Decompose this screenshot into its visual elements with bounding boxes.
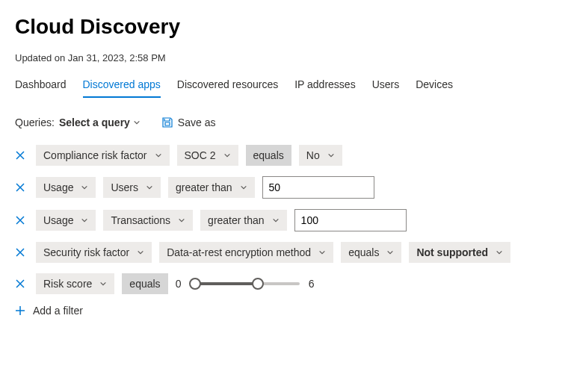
filter-value-select[interactable]: Not supported xyxy=(409,242,510,263)
save-as-button[interactable]: Save as xyxy=(161,116,216,128)
chevron-down-icon xyxy=(240,184,247,191)
remove-filter-icon[interactable] xyxy=(15,215,25,225)
filter-operator-select[interactable]: equals xyxy=(341,242,401,263)
tab-devices[interactable]: Devices xyxy=(416,74,453,98)
filter-operator[interactable]: equals xyxy=(246,145,291,166)
filter-category-select[interactable]: Security risk factor xyxy=(36,242,152,263)
remove-filter-icon[interactable] xyxy=(15,150,25,161)
filter-value-select[interactable]: No xyxy=(299,145,342,166)
filter-sub-select[interactable]: Data-at-rest encryption method xyxy=(159,242,333,263)
chevron-down-icon xyxy=(318,249,326,256)
remove-filter-icon[interactable] xyxy=(15,182,25,193)
remove-filter-icon[interactable] xyxy=(15,247,25,258)
filter-sub-select[interactable]: SOC 2 xyxy=(177,145,238,166)
chevron-down-icon xyxy=(81,184,88,191)
queries-select[interactable]: Select a query xyxy=(59,116,141,128)
tab-ip-addresses[interactable]: IP addresses xyxy=(294,74,355,98)
slider-thumb-high[interactable] xyxy=(252,278,264,290)
filter-row: Compliance risk factor SOC 2 equals No xyxy=(15,145,559,166)
chevron-down-icon xyxy=(81,217,88,224)
filter-category-select[interactable]: Risk score xyxy=(36,273,114,294)
filter-value-input[interactable] xyxy=(294,209,407,231)
tab-discovered-apps[interactable]: Discovered apps xyxy=(83,74,161,98)
tab-dashboard[interactable]: Dashboard xyxy=(15,74,67,98)
remove-filter-icon[interactable] xyxy=(15,279,25,289)
chevron-down-icon xyxy=(146,184,153,191)
filter-sub-select[interactable]: Users xyxy=(103,177,161,198)
filter-row: Security risk factor Data-at-rest encryp… xyxy=(15,242,559,263)
filter-row: Usage Transactions greater than xyxy=(15,209,559,231)
queries-row: Queries: Select a query Save as xyxy=(15,116,559,128)
chevron-down-icon xyxy=(178,217,185,224)
page-title: Cloud Discovery xyxy=(15,15,559,39)
filter-category-select[interactable]: Usage xyxy=(36,210,96,231)
slider-low-value: 0 xyxy=(176,278,186,290)
chevron-down-icon xyxy=(386,249,394,256)
filter-operator-select[interactable]: greater than xyxy=(168,177,255,198)
filter-operator-select[interactable]: greater than xyxy=(200,210,287,231)
filter-category-select[interactable]: Usage xyxy=(36,177,96,198)
save-icon xyxy=(161,116,173,128)
filter-row: Risk score equals 0 6 xyxy=(15,273,559,294)
filter-sub-select[interactable]: Transactions xyxy=(103,210,193,231)
chevron-down-icon xyxy=(133,119,141,126)
filter-row: Usage Users greater than xyxy=(15,176,559,199)
slider-thumb-low[interactable] xyxy=(189,278,201,290)
filter-category-select[interactable]: Compliance risk factor xyxy=(36,145,170,166)
chevron-down-icon xyxy=(272,217,280,224)
add-filter-button[interactable]: Add a filter xyxy=(15,305,559,317)
tab-users[interactable]: Users xyxy=(372,74,400,98)
chevron-down-icon xyxy=(155,152,162,159)
chevron-down-icon xyxy=(496,249,503,256)
filter-operator[interactable]: equals xyxy=(122,273,167,294)
filter-value-input[interactable] xyxy=(262,176,374,199)
risk-score-slider[interactable]: 0 6 xyxy=(176,276,319,291)
chevron-down-icon xyxy=(137,249,144,256)
queries-label: Queries: xyxy=(15,116,55,128)
plus-icon xyxy=(15,305,25,316)
tab-discovered-resources[interactable]: Discovered resources xyxy=(177,74,278,98)
chevron-down-icon xyxy=(99,280,107,287)
chevron-down-icon xyxy=(223,152,231,159)
slider-high-value: 6 xyxy=(309,278,319,290)
updated-timestamp: Updated on Jan 31, 2023, 2:58 PM xyxy=(15,52,559,63)
tab-bar: Dashboard Discovered apps Discovered res… xyxy=(15,74,559,99)
chevron-down-icon xyxy=(327,152,335,159)
